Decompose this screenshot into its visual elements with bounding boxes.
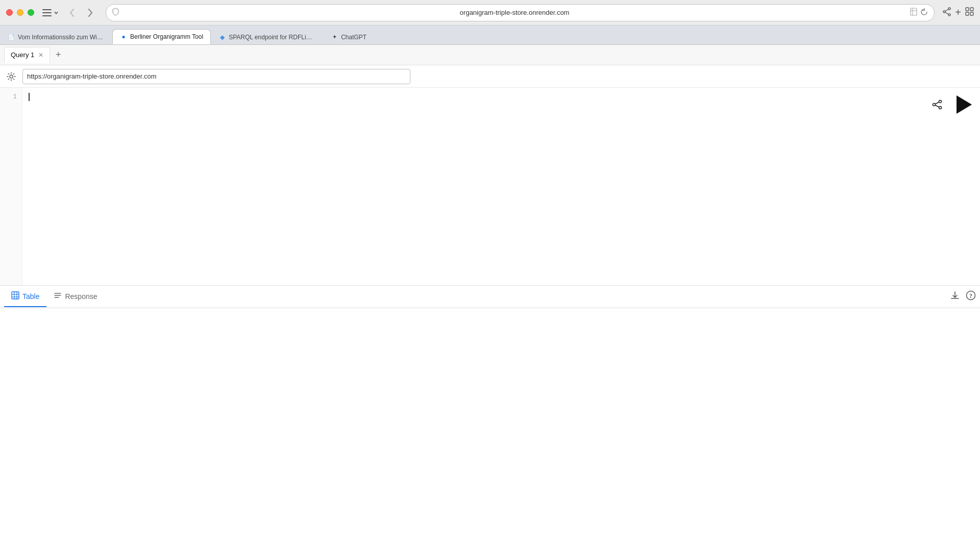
address-actions bbox=[910, 8, 928, 17]
response-tab-icon bbox=[54, 291, 62, 302]
tab-favicon-1: 📄 bbox=[8, 34, 15, 41]
tab-favicon-2: ● bbox=[120, 33, 127, 40]
close-button[interactable] bbox=[6, 9, 13, 16]
browser-tab-1[interactable]: 📄 Vom Informationssilo zum Wissensnetzwe… bbox=[0, 29, 112, 44]
results-actions: ? bbox=[950, 290, 976, 303]
svg-point-6 bbox=[943, 11, 945, 13]
svg-rect-0 bbox=[42, 9, 52, 10]
endpoint-input[interactable] bbox=[22, 69, 410, 84]
results-tabs-bar: Table Response bbox=[0, 286, 980, 308]
svg-point-5 bbox=[948, 14, 950, 16]
browser-tab-4[interactable]: ✦ ChatGPT bbox=[323, 29, 374, 44]
shield-icon bbox=[112, 8, 119, 17]
results-content bbox=[0, 308, 980, 551]
browser-window: organigram-triple-store.onrender.com bbox=[0, 0, 980, 551]
svg-point-13 bbox=[10, 75, 13, 78]
app-content: Query 1 ✕ + 1 bbox=[0, 45, 980, 551]
settings-icon[interactable] bbox=[4, 69, 18, 84]
tab-favicon-3: ◆ bbox=[218, 34, 226, 41]
svg-rect-19 bbox=[12, 292, 19, 299]
svg-line-8 bbox=[945, 12, 948, 14]
line-number-1: 1 bbox=[13, 93, 17, 101]
query-tab-label-1: Query 1 bbox=[11, 51, 34, 59]
svg-line-7 bbox=[945, 9, 948, 11]
maximize-button[interactable] bbox=[28, 9, 34, 16]
table-tab-icon bbox=[11, 291, 19, 302]
browser-tabs-bar: 📄 Vom Informationssilo zum Wissensnetzwe… bbox=[0, 26, 980, 45]
browser-tab-3[interactable]: ◆ SPARQL endpoint for RDFLib graph bbox=[211, 29, 323, 44]
address-text: organigram-triple-store.onrender.com bbox=[122, 9, 907, 16]
minimize-button[interactable] bbox=[17, 9, 23, 16]
result-tab-table[interactable]: Table bbox=[4, 287, 46, 307]
svg-line-18 bbox=[935, 105, 939, 107]
svg-text:?: ? bbox=[969, 292, 972, 299]
browser-tab-2[interactable]: ● Berliner Organigramm Tool bbox=[112, 29, 211, 44]
results-area: Table Response bbox=[0, 286, 980, 551]
svg-rect-10 bbox=[970, 8, 973, 11]
download-button[interactable] bbox=[950, 291, 960, 303]
sidebar-toggle[interactable] bbox=[42, 9, 59, 16]
svg-point-16 bbox=[933, 104, 936, 106]
tab-label-2: Berliner Organigramm Tool bbox=[130, 33, 203, 40]
help-button[interactable]: ? bbox=[966, 290, 976, 303]
grid-icon[interactable] bbox=[965, 7, 974, 18]
svg-rect-3 bbox=[911, 8, 917, 15]
svg-rect-11 bbox=[966, 12, 969, 15]
response-tab-label: Response bbox=[65, 292, 97, 300]
query-tab-close-1[interactable]: ✕ bbox=[38, 52, 43, 58]
bookmark-icon[interactable] bbox=[910, 8, 917, 17]
query-tab-1[interactable]: Query 1 ✕ bbox=[4, 47, 50, 63]
svg-rect-9 bbox=[966, 8, 969, 11]
title-bar: organigram-triple-store.onrender.com bbox=[0, 0, 980, 26]
query-tabs-bar: Query 1 ✕ + bbox=[0, 45, 980, 65]
run-query-button[interactable] bbox=[952, 94, 974, 115]
traffic-lights bbox=[6, 9, 34, 16]
add-tab-icon[interactable]: + bbox=[955, 7, 961, 18]
table-tab-label: Table bbox=[22, 292, 39, 300]
svg-rect-12 bbox=[970, 12, 973, 15]
forward-button[interactable] bbox=[83, 6, 97, 20]
back-button[interactable] bbox=[65, 6, 79, 20]
svg-line-17 bbox=[935, 102, 939, 104]
line-numbers: 1 bbox=[0, 88, 22, 285]
svg-rect-2 bbox=[42, 15, 52, 16]
editor-actions bbox=[928, 94, 974, 115]
editor-area[interactable] bbox=[22, 88, 980, 285]
share-browser-icon[interactable] bbox=[943, 7, 951, 18]
address-bar[interactable]: organigram-triple-store.onrender.com bbox=[106, 4, 935, 21]
svg-rect-1 bbox=[42, 12, 52, 13]
svg-point-15 bbox=[939, 107, 942, 109]
query-editor[interactable]: 1 bbox=[0, 88, 980, 286]
add-query-tab-button[interactable]: + bbox=[51, 48, 65, 62]
tab-label-1: Vom Informationssilo zum Wissensnetzwerk bbox=[18, 34, 105, 41]
run-icon bbox=[957, 95, 972, 114]
svg-point-14 bbox=[939, 101, 942, 103]
svg-point-4 bbox=[948, 8, 950, 10]
browser-actions: + bbox=[943, 7, 974, 18]
tab-label-3: SPARQL endpoint for RDFLib graph bbox=[229, 34, 315, 41]
share-query-button[interactable] bbox=[928, 95, 946, 114]
refresh-icon[interactable] bbox=[920, 8, 928, 17]
editor-cursor bbox=[29, 93, 30, 101]
tab-label-4: ChatGPT bbox=[341, 34, 366, 41]
result-tab-response[interactable]: Response bbox=[46, 287, 104, 307]
tab-favicon-4: ✦ bbox=[331, 34, 338, 41]
endpoint-row bbox=[0, 65, 980, 88]
